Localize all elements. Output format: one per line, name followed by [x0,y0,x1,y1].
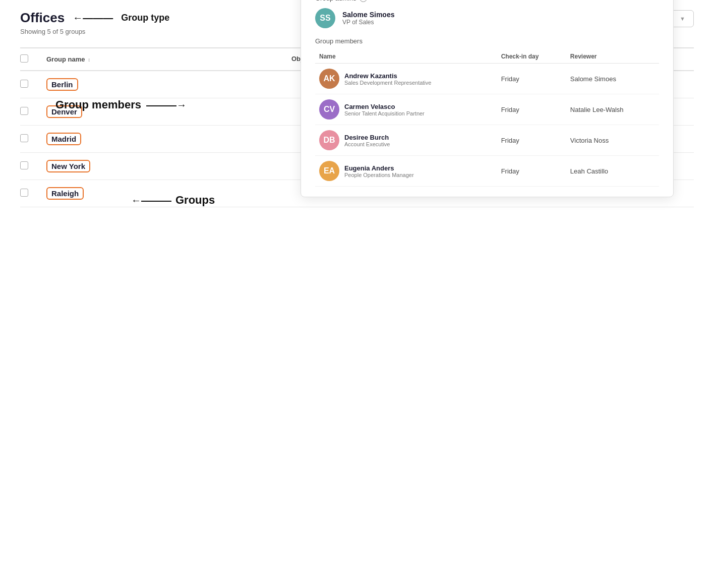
page-title: Offices [20,10,65,26]
group-name-cell[interactable]: Raleigh [38,180,168,207]
subtitle: Showing 5 of 5 groups [20,28,169,35]
group-name-highlighted: Raleigh [46,187,84,200]
annotation-group-type: Group type [121,13,169,23]
select-all-header[interactable] [20,48,38,71]
member-avatar: CV [319,99,339,120]
member-name-cell: AKAndrew KazantisSales Development Repre… [315,64,497,94]
member-name-cell: CVCarmen VelascoSenior Talent Acquisitio… [315,94,497,125]
member-checkin-day: Friday [497,156,566,187]
members-table: Name Check-in day Reviewer AKAndrew Kaza… [315,50,659,187]
members-section: Group members Name Check-in day Reviewer… [315,37,659,187]
select-all-checkbox[interactable] [20,54,28,63]
admin-row: SS Salome Simoes VP of Sales [315,8,659,28]
group-name-highlighted: Denver [46,105,82,118]
member-role: People Operations Manager [344,172,414,178]
admin-role: VP of Sales [342,19,395,26]
content-area: Group name ↕ Objectives ↕ ? Questions Me… [20,47,694,207]
member-name-cell: EAEugenia AndersPeople Operations Manage… [315,156,497,187]
row-checkbox[interactable] [20,134,28,142]
row-checkbox[interactable] [20,80,28,88]
member-row[interactable]: DBDesiree BurchAccount ExecutiveFridayVi… [315,125,659,156]
member-role: Sales Development Representative [344,80,431,86]
member-role: Senior Talent Acquisition Partner [344,110,425,116]
row-checkbox[interactable] [20,161,28,169]
member-avatar: DB [319,130,339,150]
member-reviewer: Leah Castillo [566,156,659,187]
row-checkbox[interactable] [20,107,28,115]
member-checkin-day: Friday [497,64,566,94]
group-admins-label: Group admins ? [315,0,659,2]
members-name-header: Name [315,50,497,64]
group-admins-help-icon[interactable]: ? [360,0,367,2]
member-avatar: EA [319,161,339,181]
members-checkin-header: Check-in day [497,50,566,64]
member-row[interactable]: AKAndrew KazantisSales Development Repre… [315,64,659,94]
search-chevron-icon: ▼ [680,16,685,22]
member-row[interactable]: EAEugenia AndersPeople Operations Manage… [315,156,659,187]
members-label: Group members [315,37,659,45]
admin-avatar: SS [315,8,335,28]
member-name: Eugenia Anders [344,164,414,172]
members-reviewer-header: Reviewer [566,50,659,64]
group-name-cell[interactable]: Denver [38,98,168,126]
group-name-highlighted: Madrid [46,133,81,145]
group-name-highlighted: New York [46,160,90,172]
group-name-cell[interactable]: Berlin [38,71,168,98]
group-name-cell[interactable]: Madrid [38,126,168,153]
group-name-highlighted: Berlin [46,78,78,91]
detail-panel: New York ⚙ Group admins ? SS Salome Simo… [301,0,674,197]
member-name: Andrew Kazantis [344,72,431,80]
member-reviewer: Salome Simoes [566,64,659,94]
member-checkin-day: Friday [497,125,566,156]
group-name-header[interactable]: Group name ↕ [38,48,168,71]
member-role: Account Executive [344,141,390,147]
header-left: Offices ←——— Group type Showing 5 of 5 g… [20,10,169,35]
member-checkin-day: Friday [497,94,566,125]
title-row: Offices ←——— Group type [20,10,169,26]
member-row[interactable]: CVCarmen VelascoSenior Talent Acquisitio… [315,94,659,125]
member-name: Desiree Burch [344,134,390,141]
member-avatar: AK [319,69,339,89]
admin-info: Salome Simoes VP of Sales [342,11,395,26]
member-name: Carmen Velasco [344,103,425,110]
group-name-cell[interactable]: New York [38,153,168,180]
row-checkbox[interactable] [20,189,28,197]
member-reviewer: Natalie Lee-Walsh [566,94,659,125]
admin-name: Salome Simoes [342,11,395,19]
member-reviewer: Victoria Noss [566,125,659,156]
group-name-sort-icon[interactable]: ↕ [88,57,90,63]
arrow-left-icon: ←——— [73,12,113,24]
member-name-cell: DBDesiree BurchAccount Executive [315,125,497,156]
